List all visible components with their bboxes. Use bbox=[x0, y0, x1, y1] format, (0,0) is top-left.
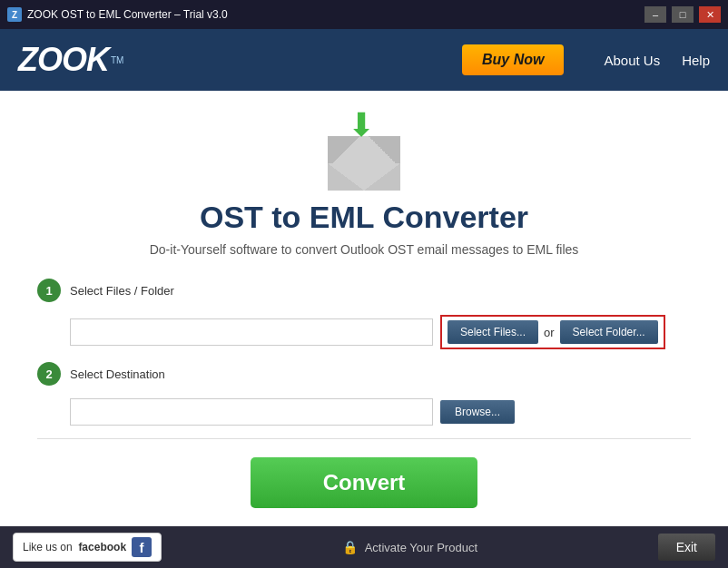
step2-input-row: Browse... bbox=[70, 398, 691, 426]
destination-input[interactable] bbox=[70, 398, 433, 426]
facebook-like-text: Like us on facebook bbox=[23, 541, 126, 553]
help-link[interactable]: Help bbox=[682, 53, 710, 68]
activate-section: 🔒 Activate Your Product bbox=[342, 540, 477, 554]
envelope-shape bbox=[328, 136, 400, 191]
lock-icon: 🔒 bbox=[342, 540, 358, 554]
app-icon: Z bbox=[7, 7, 22, 22]
select-files-button[interactable]: Select Files... bbox=[448, 320, 538, 344]
app-title: OST to EML Converter bbox=[200, 200, 528, 235]
facebook-icon: f bbox=[132, 537, 152, 557]
close-button[interactable]: ✕ bbox=[699, 6, 721, 23]
maximize-button[interactable]: □ bbox=[672, 6, 694, 23]
step2-row: 2 Select Destination bbox=[37, 362, 691, 386]
titlebar: Z ZOOK OST to EML Converter – Trial v3.0… bbox=[0, 0, 728, 29]
header: ZOOKTM Buy Now About Us Help bbox=[0, 29, 728, 91]
select-folder-button[interactable]: Select Folder... bbox=[560, 320, 658, 344]
logo: ZOOKTM bbox=[18, 41, 123, 79]
logo-text: ZOOK bbox=[18, 41, 109, 79]
step1-row: 1 Select Files / Folder bbox=[37, 279, 691, 302]
step1-input-row: Select Files... or Select Folder... bbox=[70, 315, 691, 349]
buy-now-button[interactable]: Buy Now bbox=[462, 44, 564, 75]
step1-label: Select Files / Folder bbox=[70, 284, 174, 298]
or-text: or bbox=[544, 326, 555, 339]
activate-label: Activate Your Product bbox=[365, 541, 477, 554]
email-icon: ⬇ bbox=[319, 109, 409, 191]
exit-button[interactable]: Exit bbox=[658, 534, 715, 561]
logo-tm: TM bbox=[111, 55, 123, 65]
files-folder-input[interactable] bbox=[70, 318, 433, 346]
form-section: 1 Select Files / Folder Select Files... … bbox=[37, 279, 691, 508]
main-content: ⬇ OST to EML Converter Do-it-Yourself so… bbox=[0, 91, 728, 526]
app-subtitle: Do-it-Yourself software to convert Outlo… bbox=[150, 242, 579, 257]
file-btn-group: Select Files... or Select Folder... bbox=[440, 315, 665, 349]
step2-badge: 2 bbox=[37, 362, 61, 386]
titlebar-title: ZOOK OST to EML Converter – Trial v3.0 bbox=[27, 8, 644, 21]
convert-button[interactable]: Convert bbox=[251, 457, 478, 508]
facebook-like-button[interactable]: Like us on facebook f bbox=[13, 533, 162, 562]
step2-label: Select Destination bbox=[70, 367, 165, 381]
about-us-link[interactable]: About Us bbox=[604, 53, 660, 68]
footer: Like us on facebook f 🔒 Activate Your Pr… bbox=[0, 526, 728, 568]
divider bbox=[37, 438, 691, 439]
download-arrow-icon: ⬇ bbox=[348, 109, 375, 142]
window-controls: – □ ✕ bbox=[644, 6, 721, 23]
step1-badge: 1 bbox=[37, 279, 61, 302]
minimize-button[interactable]: – bbox=[644, 6, 666, 23]
convert-row: Convert bbox=[37, 452, 691, 508]
browse-button[interactable]: Browse... bbox=[440, 400, 515, 424]
